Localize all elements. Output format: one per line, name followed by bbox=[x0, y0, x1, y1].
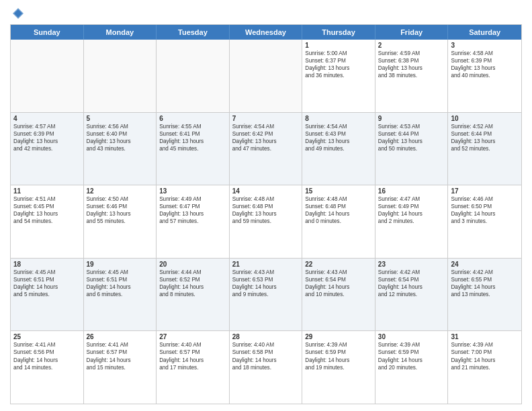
day-number: 24 bbox=[451, 261, 519, 268]
day-number: 26 bbox=[87, 333, 154, 340]
calendar-cell: 21Sunrise: 4:43 AMSunset: 6:53 PMDayligh… bbox=[230, 259, 303, 331]
day-info: Sunrise: 4:52 AMSunset: 6:44 PMDaylight:… bbox=[451, 123, 519, 152]
calendar-cell: 15Sunrise: 4:48 AMSunset: 6:48 PMDayligh… bbox=[302, 185, 375, 258]
day-number: 1 bbox=[305, 42, 372, 49]
calendar-row: 4Sunrise: 4:57 AMSunset: 6:39 PMDaylight… bbox=[11, 113, 521, 186]
day-info: Sunrise: 4:55 AMSunset: 6:41 PMDaylight:… bbox=[159, 123, 226, 152]
day-info: Sunrise: 4:48 AMSunset: 6:48 PMDaylight:… bbox=[232, 195, 300, 225]
day-number: 23 bbox=[378, 261, 445, 268]
calendar-cell bbox=[84, 40, 157, 112]
calendar-cell: 18Sunrise: 4:45 AMSunset: 6:51 PMDayligh… bbox=[11, 259, 84, 331]
calendar-cell: 2Sunrise: 4:59 AMSunset: 6:38 PMDaylight… bbox=[375, 40, 449, 112]
calendar-cell: 5Sunrise: 4:56 AMSunset: 6:40 PMDaylight… bbox=[84, 113, 157, 185]
day-info: Sunrise: 4:51 AMSunset: 6:45 PMDaylight:… bbox=[13, 195, 81, 225]
calendar-cell: 23Sunrise: 4:42 AMSunset: 6:54 PMDayligh… bbox=[375, 259, 449, 331]
calendar-cell bbox=[157, 40, 230, 112]
calendar-row: 11Sunrise: 4:51 AMSunset: 6:45 PMDayligh… bbox=[11, 185, 521, 259]
calendar-cell: 20Sunrise: 4:44 AMSunset: 6:52 PMDayligh… bbox=[157, 259, 230, 331]
day-number: 8 bbox=[305, 115, 372, 122]
day-info: Sunrise: 4:47 AMSunset: 6:49 PMDaylight:… bbox=[378, 195, 445, 225]
day-number: 16 bbox=[378, 187, 445, 195]
day-info: Sunrise: 4:39 AMSunset: 6:59 PMDaylight:… bbox=[378, 341, 445, 371]
day-info: Sunrise: 4:39 AMSunset: 6:59 PMDaylight:… bbox=[305, 341, 372, 371]
calendar-cell bbox=[11, 40, 84, 112]
day-info: Sunrise: 4:41 AMSunset: 6:56 PMDaylight:… bbox=[13, 341, 81, 371]
calendar-cell: 3Sunrise: 4:58 AMSunset: 6:39 PMDaylight… bbox=[448, 40, 521, 112]
day-info: Sunrise: 4:57 AMSunset: 6:39 PMDaylight:… bbox=[13, 123, 81, 152]
calendar-cell: 14Sunrise: 4:48 AMSunset: 6:48 PMDayligh… bbox=[230, 185, 303, 258]
day-info: Sunrise: 4:43 AMSunset: 6:54 PMDaylight:… bbox=[305, 269, 372, 298]
day-info: Sunrise: 4:45 AMSunset: 6:51 PMDaylight:… bbox=[87, 269, 154, 298]
weekday-header: Monday bbox=[84, 25, 157, 40]
day-info: Sunrise: 4:42 AMSunset: 6:55 PMDaylight:… bbox=[451, 269, 519, 298]
calendar-cell: 9Sunrise: 4:53 AMSunset: 6:44 PMDaylight… bbox=[375, 113, 449, 185]
calendar-cell: 10Sunrise: 4:52 AMSunset: 6:44 PMDayligh… bbox=[448, 113, 521, 185]
day-number: 20 bbox=[159, 261, 226, 268]
day-number: 11 bbox=[13, 187, 81, 195]
calendar-cell: 8Sunrise: 4:54 AMSunset: 6:43 PMDaylight… bbox=[302, 113, 375, 185]
calendar-cell: 19Sunrise: 4:45 AMSunset: 6:51 PMDayligh… bbox=[84, 259, 157, 331]
day-number: 31 bbox=[451, 333, 519, 340]
calendar-row: 25Sunrise: 4:41 AMSunset: 6:56 PMDayligh… bbox=[11, 331, 521, 404]
logo-icon bbox=[11, 7, 25, 20]
calendar-cell: 31Sunrise: 4:39 AMSunset: 7:00 PMDayligh… bbox=[448, 331, 521, 404]
day-number: 19 bbox=[87, 261, 154, 268]
calendar-cell: 7Sunrise: 4:54 AMSunset: 6:42 PMDaylight… bbox=[230, 113, 303, 185]
calendar-cell: 17Sunrise: 4:46 AMSunset: 6:50 PMDayligh… bbox=[448, 185, 521, 258]
calendar-cell: 25Sunrise: 4:41 AMSunset: 6:56 PMDayligh… bbox=[11, 331, 84, 404]
weekday-header: Saturday bbox=[448, 25, 521, 40]
calendar-cell: 27Sunrise: 4:40 AMSunset: 6:57 PMDayligh… bbox=[157, 331, 230, 404]
day-number: 10 bbox=[451, 115, 519, 122]
day-number: 28 bbox=[232, 333, 300, 340]
weekday-header: Sunday bbox=[11, 25, 84, 40]
day-number: 14 bbox=[232, 187, 300, 195]
day-info: Sunrise: 4:49 AMSunset: 6:47 PMDaylight:… bbox=[159, 195, 226, 225]
day-info: Sunrise: 4:42 AMSunset: 6:54 PMDaylight:… bbox=[378, 269, 445, 298]
day-number: 17 bbox=[451, 187, 519, 195]
day-info: Sunrise: 4:41 AMSunset: 6:57 PMDaylight:… bbox=[87, 341, 154, 371]
day-info: Sunrise: 4:44 AMSunset: 6:52 PMDaylight:… bbox=[159, 269, 226, 298]
day-info: Sunrise: 4:40 AMSunset: 6:58 PMDaylight:… bbox=[232, 341, 300, 371]
header bbox=[10, 7, 522, 20]
day-number: 21 bbox=[232, 261, 300, 268]
day-number: 29 bbox=[305, 333, 372, 340]
calendar-cell: 6Sunrise: 4:55 AMSunset: 6:41 PMDaylight… bbox=[157, 113, 230, 185]
page: SundayMondayTuesdayWednesdayThursdayFrid… bbox=[0, 0, 532, 411]
day-number: 3 bbox=[451, 42, 519, 49]
day-number: 15 bbox=[305, 187, 372, 195]
calendar-cell: 28Sunrise: 4:40 AMSunset: 6:58 PMDayligh… bbox=[230, 331, 303, 404]
day-info: Sunrise: 4:48 AMSunset: 6:48 PMDaylight:… bbox=[305, 195, 372, 225]
day-number: 30 bbox=[378, 333, 445, 340]
weekday-header: Wednesday bbox=[230, 25, 303, 40]
day-number: 27 bbox=[159, 333, 226, 340]
day-info: Sunrise: 4:58 AMSunset: 6:39 PMDaylight:… bbox=[451, 50, 519, 79]
calendar-cell: 13Sunrise: 4:49 AMSunset: 6:47 PMDayligh… bbox=[157, 185, 230, 258]
day-number: 22 bbox=[305, 261, 372, 268]
weekday-header: Thursday bbox=[302, 25, 375, 40]
day-info: Sunrise: 4:54 AMSunset: 6:42 PMDaylight:… bbox=[232, 123, 300, 152]
day-number: 6 bbox=[159, 115, 226, 122]
day-info: Sunrise: 4:50 AMSunset: 6:46 PMDaylight:… bbox=[87, 195, 154, 225]
day-number: 7 bbox=[232, 115, 300, 122]
day-info: Sunrise: 4:56 AMSunset: 6:40 PMDaylight:… bbox=[87, 123, 154, 152]
calendar-header: SundayMondayTuesdayWednesdayThursdayFrid… bbox=[11, 25, 521, 40]
day-number: 13 bbox=[159, 187, 226, 195]
day-info: Sunrise: 4:53 AMSunset: 6:44 PMDaylight:… bbox=[378, 123, 445, 152]
calendar-cell: 30Sunrise: 4:39 AMSunset: 6:59 PMDayligh… bbox=[375, 331, 449, 404]
day-info: Sunrise: 4:59 AMSunset: 6:38 PMDaylight:… bbox=[378, 50, 445, 79]
day-info: Sunrise: 4:39 AMSunset: 7:00 PMDaylight:… bbox=[451, 341, 519, 371]
day-number: 5 bbox=[87, 115, 154, 122]
calendar-cell: 26Sunrise: 4:41 AMSunset: 6:57 PMDayligh… bbox=[84, 331, 157, 404]
calendar: SundayMondayTuesdayWednesdayThursdayFrid… bbox=[10, 24, 522, 404]
calendar-cell: 12Sunrise: 4:50 AMSunset: 6:46 PMDayligh… bbox=[84, 185, 157, 258]
logo bbox=[10, 7, 25, 20]
weekday-header: Friday bbox=[375, 25, 449, 40]
day-info: Sunrise: 4:54 AMSunset: 6:43 PMDaylight:… bbox=[305, 123, 372, 152]
day-info: Sunrise: 4:43 AMSunset: 6:53 PMDaylight:… bbox=[232, 269, 300, 298]
calendar-cell: 4Sunrise: 4:57 AMSunset: 6:39 PMDaylight… bbox=[11, 113, 84, 185]
day-info: Sunrise: 5:00 AMSunset: 6:37 PMDaylight:… bbox=[305, 50, 372, 79]
calendar-cell: 1Sunrise: 5:00 AMSunset: 6:37 PMDaylight… bbox=[302, 40, 375, 112]
day-number: 18 bbox=[13, 261, 81, 268]
calendar-row: 18Sunrise: 4:45 AMSunset: 6:51 PMDayligh… bbox=[11, 259, 521, 332]
day-info: Sunrise: 4:45 AMSunset: 6:51 PMDaylight:… bbox=[13, 269, 81, 298]
